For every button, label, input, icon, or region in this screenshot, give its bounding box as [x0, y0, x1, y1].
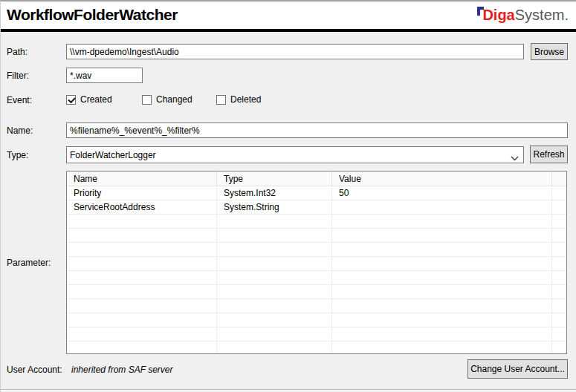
parameter-label: Parameter:: [7, 258, 51, 268]
table-cell[interactable]: [332, 327, 552, 341]
table-cell-filler: [552, 271, 566, 284]
type-dropdown[interactable]: FolderWatcherLogger: [66, 146, 524, 163]
table-cell-filler: [552, 342, 566, 354]
column-header-value[interactable]: Value: [332, 172, 552, 186]
table-cell[interactable]: [332, 313, 552, 327]
table-cell-filler: [552, 327, 566, 341]
filter-label: Filter:: [7, 71, 29, 81]
name-input[interactable]: %filename%_%event%_%filter%: [66, 122, 568, 138]
header: WorkflowFolderWatcher DigaSystem.: [1, 1, 576, 29]
checkbox-created-label: Created: [80, 94, 112, 105]
checkbox-created[interactable]: Created: [66, 94, 112, 105]
table-cell[interactable]: [217, 215, 332, 228]
table-cell[interactable]: [332, 271, 552, 284]
logo-text-system: System.: [515, 7, 569, 23]
checkbox-created-box[interactable]: [66, 95, 76, 105]
table-cell[interactable]: [217, 342, 332, 354]
header-divider-bar: [1, 29, 576, 32]
table-cell[interactable]: [217, 243, 332, 256]
table-row[interactable]: [67, 215, 566, 229]
table-cell[interactable]: [217, 313, 332, 327]
table-cell[interactable]: System.String: [217, 200, 332, 214]
table-row[interactable]: [67, 229, 566, 243]
table-row[interactable]: ServiceRootAddressSystem.String: [67, 200, 566, 215]
column-header-type[interactable]: Type: [217, 172, 332, 186]
table-cell[interactable]: ServiceRootAddress: [67, 200, 217, 214]
user-account-value: inherited from SAF server: [71, 365, 173, 375]
workflow-folder-watcher-window: WorkflowFolderWatcher DigaSystem. Path: …: [0, 0, 576, 392]
table-cell[interactable]: [67, 243, 217, 256]
name-label: Name:: [7, 125, 33, 136]
table-cell[interactable]: System.Int32: [217, 186, 332, 200]
table-cell[interactable]: [67, 342, 217, 354]
table-cell[interactable]: [67, 257, 217, 270]
digasystem-corner-icon: [477, 7, 484, 16]
digasystem-logo: DigaSystem.: [477, 7, 569, 24]
table-cell[interactable]: [217, 285, 332, 298]
bottom-divider: [1, 389, 576, 391]
table-row[interactable]: [67, 313, 566, 327]
table-cell[interactable]: [67, 285, 217, 298]
column-header-filler: [552, 172, 566, 186]
table-cell[interactable]: [217, 327, 332, 341]
table-row[interactable]: [67, 327, 566, 342]
table-cell[interactable]: [332, 243, 552, 256]
path-input[interactable]: \\vm-dpedemo\Ingest\Audio: [66, 44, 524, 59]
checkbox-changed-box[interactable]: [142, 95, 152, 105]
table-cell-filler: [552, 186, 566, 200]
path-label: Path:: [7, 47, 27, 57]
table-cell[interactable]: [332, 229, 552, 242]
refresh-button[interactable]: Refresh: [530, 146, 568, 163]
table-cell[interactable]: [67, 327, 217, 341]
table-cell-filler: [552, 243, 566, 256]
page-title: WorkflowFolderWatcher: [7, 6, 178, 24]
checkbox-deleted-box[interactable]: [216, 95, 226, 105]
table-row[interactable]: [67, 299, 566, 313]
table-row[interactable]: [67, 271, 566, 285]
table-cell[interactable]: [332, 299, 552, 313]
parameter-table-header: NameTypeValue: [67, 172, 566, 186]
checkbox-deleted-label: Deleted: [230, 94, 261, 105]
table-cell[interactable]: [217, 271, 332, 284]
filter-input[interactable]: *.wav: [66, 68, 143, 83]
table-cell[interactable]: [67, 271, 217, 284]
table-cell[interactable]: [67, 313, 217, 327]
column-header-name[interactable]: Name: [67, 172, 217, 186]
table-cell[interactable]: [217, 299, 332, 313]
table-cell[interactable]: [332, 342, 552, 354]
table-cell[interactable]: [332, 215, 552, 228]
table-cell-filler: [552, 313, 566, 327]
table-cell-filler: [552, 299, 566, 313]
table-cell[interactable]: [332, 257, 552, 270]
table-cell[interactable]: [332, 200, 552, 214]
chevron-down-icon[interactable]: [511, 152, 519, 164]
table-row[interactable]: [67, 285, 566, 299]
table-row[interactable]: [67, 342, 566, 354]
table-cell-filler: [552, 200, 566, 214]
table-cell[interactable]: [332, 285, 552, 298]
table-cell[interactable]: [67, 299, 217, 313]
type-dropdown-value: FolderWatcherLogger: [70, 150, 156, 160]
type-label: Type:: [7, 150, 28, 160]
table-row[interactable]: [67, 257, 566, 271]
event-label: Event:: [7, 95, 32, 105]
parameter-table: NameTypeValue PrioritySystem.Int3250Serv…: [66, 171, 567, 354]
table-cell-filler: [552, 257, 566, 270]
table-cell[interactable]: Priority: [67, 186, 217, 200]
parameter-table-body: PrioritySystem.Int3250ServiceRootAddress…: [67, 186, 566, 354]
browse-button[interactable]: Browse: [531, 43, 568, 60]
checkbox-changed[interactable]: Changed: [142, 94, 192, 105]
table-cell[interactable]: 50: [332, 186, 552, 200]
table-row[interactable]: [67, 243, 566, 257]
checkbox-deleted[interactable]: Deleted: [216, 94, 261, 105]
table-cell[interactable]: [217, 257, 332, 270]
user-account-label: User Account:: [7, 365, 62, 375]
table-cell[interactable]: [67, 229, 217, 242]
table-row[interactable]: PrioritySystem.Int3250: [67, 186, 566, 200]
logo-text-diga: Diga: [482, 7, 514, 23]
checkbox-changed-label: Changed: [156, 94, 192, 105]
table-cell-filler: [552, 229, 566, 242]
change-user-account-button[interactable]: Change User Account...: [467, 359, 568, 379]
table-cell[interactable]: [217, 229, 332, 242]
table-cell[interactable]: [67, 215, 217, 228]
